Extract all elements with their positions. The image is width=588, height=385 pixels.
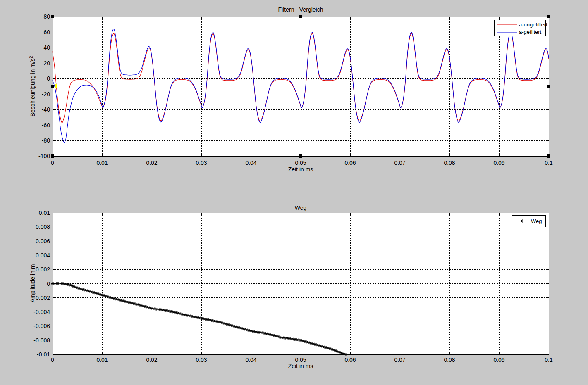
y-tick-label: 20 xyxy=(43,60,50,67)
bottom-plot-title: Weg xyxy=(295,204,307,211)
selection-handle[interactable] xyxy=(51,85,54,88)
x-tick-label: 0.1 xyxy=(545,356,553,363)
y-tick-label: -0.01 xyxy=(37,351,50,358)
y-tick-label: 0 xyxy=(47,280,50,287)
y-tick-label: -0.004 xyxy=(33,309,50,315)
matlab-figure-window: 00.010.020.030.040.050.060.070.080.090.1… xyxy=(0,0,588,385)
bottom-y-axis-label: Amplitude in m xyxy=(29,264,36,303)
x-tick-label: 0.04 xyxy=(245,356,256,363)
x-tick-label: 0.05 xyxy=(295,356,306,363)
y-tick-label: 0.006 xyxy=(36,238,50,245)
y-tick-label: -80 xyxy=(42,137,50,144)
y-tick-label: -20 xyxy=(42,91,50,97)
x-tick-label: 0 xyxy=(51,159,54,166)
top-x-axis-label: Zeit in ms xyxy=(288,166,313,173)
y-tick-label: 0.01 xyxy=(39,209,50,216)
top-plot-title: Filtern - Vergleich xyxy=(278,6,323,13)
selection-handle[interactable] xyxy=(51,15,54,18)
y-tick-label: 80 xyxy=(43,13,50,20)
y-tick-label: 60 xyxy=(43,29,50,36)
x-tick-label: 0.03 xyxy=(196,159,207,166)
x-tick-label: 0.02 xyxy=(146,356,157,363)
legend-asterisk-marker xyxy=(521,219,524,223)
y-tick-label: 0.008 xyxy=(36,223,50,230)
y-tick-label: -60 xyxy=(42,122,50,128)
selection-accent xyxy=(55,84,57,88)
figure-canvas[interactable]: 00.010.020.030.040.050.060.070.080.090.1… xyxy=(0,0,588,385)
x-tick-label: 0.03 xyxy=(196,356,207,363)
x-tick-label: 0.08 xyxy=(444,159,455,166)
x-tick-label: 0.09 xyxy=(493,159,504,166)
selection-handle[interactable] xyxy=(299,154,302,158)
legend-label-weg: Weg xyxy=(531,218,542,224)
x-tick-label: 0.1 xyxy=(545,159,553,166)
x-tick-label: 0.06 xyxy=(344,159,356,166)
y-tick-label: 0.002 xyxy=(36,266,50,273)
x-tick-label: 0.01 xyxy=(96,159,108,166)
x-tick-label: 0.08 xyxy=(444,356,455,363)
selection-handle[interactable] xyxy=(547,154,550,158)
x-tick-label: 0.02 xyxy=(146,159,157,166)
selection-handle[interactable] xyxy=(299,15,302,18)
x-tick-label: 0.05 xyxy=(295,159,306,166)
bottom-legend[interactable]: Weg xyxy=(512,216,546,227)
x-tick-label: 0 xyxy=(51,356,54,363)
selection-handle[interactable] xyxy=(547,85,550,88)
y-tick-label: -0.008 xyxy=(33,337,50,344)
y-tick-label: -0.006 xyxy=(33,323,50,329)
y-tick-label: -40 xyxy=(42,106,50,113)
y-tick-label: -0.002 xyxy=(33,295,50,301)
x-tick-label: 0.06 xyxy=(344,356,356,363)
x-tick-label: 0.04 xyxy=(245,159,256,166)
selection-handle[interactable] xyxy=(547,15,550,18)
legend-label-gefiltert: a-gefiltert xyxy=(519,29,542,35)
top-legend[interactable]: a-ungefiltert a-gefiltert xyxy=(495,20,548,36)
top-y-axis-label: Beschleunigung in m/s2 xyxy=(29,56,36,116)
x-tick-label: 0.01 xyxy=(96,356,108,363)
y-tick-label: 0 xyxy=(47,75,50,82)
y-tick-label: -100 xyxy=(38,153,50,159)
selection-handle[interactable] xyxy=(51,154,54,158)
y-tick-label: 0.004 xyxy=(36,252,50,259)
x-tick-label: 0.07 xyxy=(394,356,405,363)
bottom-x-axis-label: Zeit in ms xyxy=(288,363,313,369)
x-tick-label: 0.09 xyxy=(493,356,504,363)
y-tick-label: 40 xyxy=(43,44,50,51)
legend-label-ungefiltert: a-ungefiltert xyxy=(519,21,547,28)
x-tick-label: 0.07 xyxy=(394,159,405,166)
